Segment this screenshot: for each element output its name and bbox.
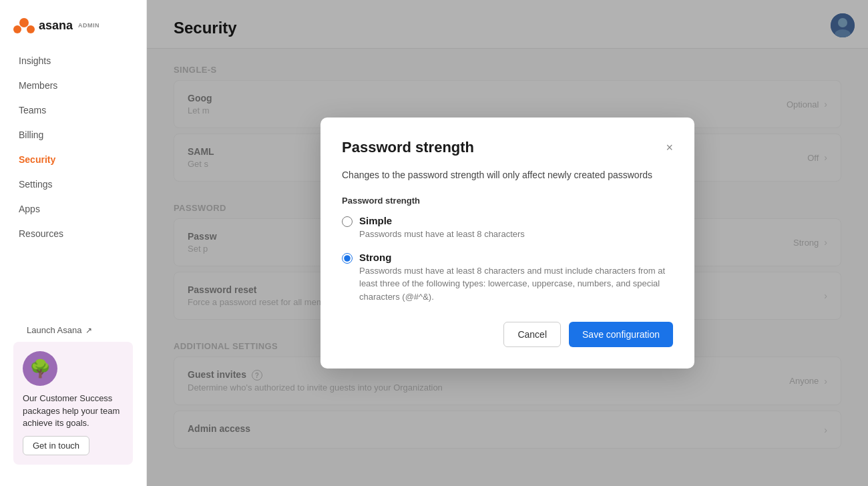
customer-success-avatar: 🌳 xyxy=(23,351,57,386)
svg-point-2 xyxy=(27,25,35,33)
cancel-button[interactable]: Cancel xyxy=(503,322,561,347)
launch-asana-link[interactable]: Launch Asana ↗ xyxy=(13,318,133,342)
get-in-touch-button[interactable]: Get in touch xyxy=(23,436,89,455)
sidebar-item-teams[interactable]: Teams xyxy=(5,98,141,122)
modal-header: Password strength × xyxy=(342,139,673,156)
customer-success-card: 🌳 Our Customer Success packages help you… xyxy=(13,342,133,465)
radio-strong-desc: Passwords must have at least 8 character… xyxy=(359,264,673,304)
sidebar-item-insights[interactable]: Insights xyxy=(5,49,141,73)
radio-strong-input[interactable] xyxy=(342,253,353,264)
password-strength-modal: Password strength × Changes to the passw… xyxy=(320,117,694,369)
sidebar-item-members[interactable]: Members xyxy=(5,73,141,97)
tree-icon: 🌳 xyxy=(29,358,51,379)
radio-option-strong: Strong Passwords must have at least 8 ch… xyxy=(342,252,673,304)
logo-text: asana xyxy=(39,19,73,33)
sidebar-item-security[interactable]: Security xyxy=(5,148,141,172)
sidebar-item-settings[interactable]: Settings xyxy=(5,172,141,196)
admin-badge: ADMIN xyxy=(78,22,99,29)
svg-point-0 xyxy=(19,18,29,27)
sidebar-item-resources[interactable]: Resources xyxy=(5,222,141,246)
radio-option-simple: Simple Passwords must have at least 8 ch… xyxy=(342,215,673,241)
svg-point-1 xyxy=(13,25,21,33)
logo-area: asana ADMIN xyxy=(0,11,146,48)
sidebar-item-apps[interactable]: Apps xyxy=(5,197,141,221)
modal-section-label: Password strength xyxy=(342,196,673,206)
sidebar-nav: Insights Members Teams Billing Security … xyxy=(0,48,146,246)
save-configuration-button[interactable]: Save configuration xyxy=(569,322,673,347)
sidebar-bottom: Launch Asana ↗ 🌳 Our Customer Success pa… xyxy=(0,302,146,475)
radio-simple-label: Simple xyxy=(359,215,525,226)
asana-logo-icon xyxy=(13,16,35,35)
modal-close-button[interactable]: × xyxy=(666,142,673,154)
modal-footer: Cancel Save configuration xyxy=(342,322,673,347)
customer-success-text: Our Customer Success packages help your … xyxy=(23,393,124,429)
sidebar-item-billing[interactable]: Billing xyxy=(5,123,141,147)
modal-overlay: Password strength × Changes to the passw… xyxy=(147,0,868,486)
radio-simple-desc: Passwords must have at least 8 character… xyxy=(359,228,525,241)
sidebar: asana ADMIN Insights Members Teams Billi… xyxy=(0,0,147,486)
radio-strong-label: Strong xyxy=(359,252,673,263)
external-link-icon: ↗ xyxy=(85,326,92,335)
main-content: Security Single-s Goog Let m Optional › … xyxy=(147,0,868,486)
radio-simple-input[interactable] xyxy=(342,216,353,227)
modal-title: Password strength xyxy=(342,139,474,156)
modal-info-text: Changes to the password strength will on… xyxy=(342,168,673,182)
